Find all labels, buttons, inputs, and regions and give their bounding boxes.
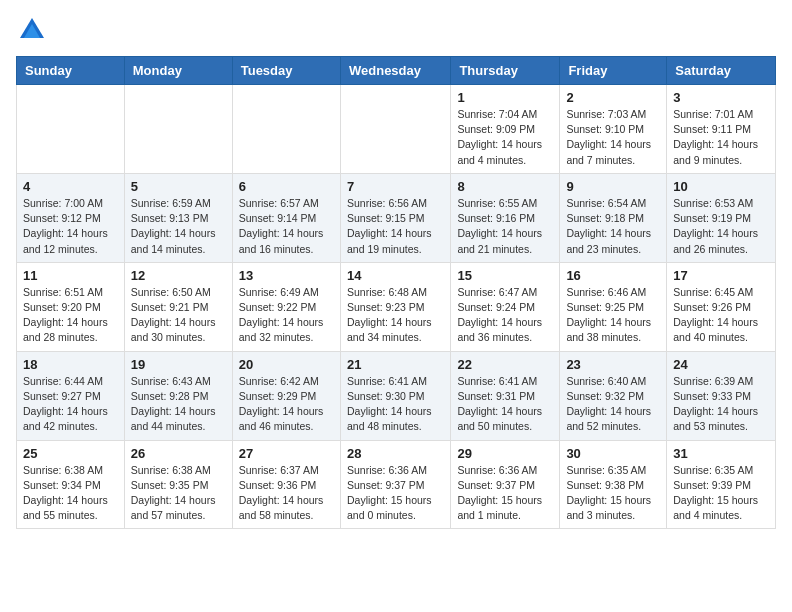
day-number: 31 bbox=[673, 446, 769, 461]
day-detail: Sunrise: 6:47 AM Sunset: 9:24 PM Dayligh… bbox=[457, 286, 542, 344]
calendar-week-row: 25Sunrise: 6:38 AM Sunset: 9:34 PM Dayli… bbox=[17, 440, 776, 529]
day-number: 13 bbox=[239, 268, 334, 283]
day-detail: Sunrise: 6:59 AM Sunset: 9:13 PM Dayligh… bbox=[131, 197, 216, 255]
day-detail: Sunrise: 7:03 AM Sunset: 9:10 PM Dayligh… bbox=[566, 108, 651, 166]
day-detail: Sunrise: 7:04 AM Sunset: 9:09 PM Dayligh… bbox=[457, 108, 542, 166]
calendar-day-cell: 28Sunrise: 6:36 AM Sunset: 9:37 PM Dayli… bbox=[340, 440, 450, 529]
calendar-day-cell: 26Sunrise: 6:38 AM Sunset: 9:35 PM Dayli… bbox=[124, 440, 232, 529]
day-detail: Sunrise: 6:42 AM Sunset: 9:29 PM Dayligh… bbox=[239, 375, 324, 433]
day-detail: Sunrise: 6:45 AM Sunset: 9:26 PM Dayligh… bbox=[673, 286, 758, 344]
day-number: 18 bbox=[23, 357, 118, 372]
calendar-table: SundayMondayTuesdayWednesdayThursdayFrid… bbox=[16, 56, 776, 529]
calendar-day-cell: 31Sunrise: 6:35 AM Sunset: 9:39 PM Dayli… bbox=[667, 440, 776, 529]
calendar-day-cell bbox=[124, 85, 232, 174]
day-number: 1 bbox=[457, 90, 553, 105]
day-detail: Sunrise: 6:41 AM Sunset: 9:30 PM Dayligh… bbox=[347, 375, 432, 433]
day-of-week-header: Monday bbox=[124, 57, 232, 85]
day-number: 20 bbox=[239, 357, 334, 372]
day-number: 12 bbox=[131, 268, 226, 283]
calendar-day-cell: 4Sunrise: 7:00 AM Sunset: 9:12 PM Daylig… bbox=[17, 173, 125, 262]
day-number: 7 bbox=[347, 179, 444, 194]
calendar-day-cell: 20Sunrise: 6:42 AM Sunset: 9:29 PM Dayli… bbox=[232, 351, 340, 440]
day-number: 5 bbox=[131, 179, 226, 194]
calendar-day-cell: 5Sunrise: 6:59 AM Sunset: 9:13 PM Daylig… bbox=[124, 173, 232, 262]
calendar-day-cell: 7Sunrise: 6:56 AM Sunset: 9:15 PM Daylig… bbox=[340, 173, 450, 262]
day-detail: Sunrise: 6:40 AM Sunset: 9:32 PM Dayligh… bbox=[566, 375, 651, 433]
calendar-week-row: 4Sunrise: 7:00 AM Sunset: 9:12 PM Daylig… bbox=[17, 173, 776, 262]
calendar-day-cell: 19Sunrise: 6:43 AM Sunset: 9:28 PM Dayli… bbox=[124, 351, 232, 440]
day-number: 8 bbox=[457, 179, 553, 194]
calendar-day-cell: 29Sunrise: 6:36 AM Sunset: 9:37 PM Dayli… bbox=[451, 440, 560, 529]
page-header bbox=[16, 16, 776, 44]
calendar-day-cell: 17Sunrise: 6:45 AM Sunset: 9:26 PM Dayli… bbox=[667, 262, 776, 351]
day-number: 22 bbox=[457, 357, 553, 372]
day-number: 10 bbox=[673, 179, 769, 194]
day-number: 29 bbox=[457, 446, 553, 461]
day-detail: Sunrise: 6:43 AM Sunset: 9:28 PM Dayligh… bbox=[131, 375, 216, 433]
calendar-day-cell: 13Sunrise: 6:49 AM Sunset: 9:22 PM Dayli… bbox=[232, 262, 340, 351]
calendar-week-row: 18Sunrise: 6:44 AM Sunset: 9:27 PM Dayli… bbox=[17, 351, 776, 440]
day-of-week-header: Tuesday bbox=[232, 57, 340, 85]
calendar-day-cell: 22Sunrise: 6:41 AM Sunset: 9:31 PM Dayli… bbox=[451, 351, 560, 440]
day-detail: Sunrise: 6:39 AM Sunset: 9:33 PM Dayligh… bbox=[673, 375, 758, 433]
day-detail: Sunrise: 6:54 AM Sunset: 9:18 PM Dayligh… bbox=[566, 197, 651, 255]
day-detail: Sunrise: 6:38 AM Sunset: 9:34 PM Dayligh… bbox=[23, 464, 108, 522]
calendar-day-cell bbox=[232, 85, 340, 174]
calendar-day-cell: 14Sunrise: 6:48 AM Sunset: 9:23 PM Dayli… bbox=[340, 262, 450, 351]
logo bbox=[16, 16, 46, 44]
day-detail: Sunrise: 6:49 AM Sunset: 9:22 PM Dayligh… bbox=[239, 286, 324, 344]
calendar-day-cell: 25Sunrise: 6:38 AM Sunset: 9:34 PM Dayli… bbox=[17, 440, 125, 529]
day-detail: Sunrise: 7:00 AM Sunset: 9:12 PM Dayligh… bbox=[23, 197, 108, 255]
day-number: 28 bbox=[347, 446, 444, 461]
day-number: 24 bbox=[673, 357, 769, 372]
calendar-day-cell: 30Sunrise: 6:35 AM Sunset: 9:38 PM Dayli… bbox=[560, 440, 667, 529]
day-detail: Sunrise: 6:38 AM Sunset: 9:35 PM Dayligh… bbox=[131, 464, 216, 522]
calendar-day-cell: 18Sunrise: 6:44 AM Sunset: 9:27 PM Dayli… bbox=[17, 351, 125, 440]
calendar-day-cell: 9Sunrise: 6:54 AM Sunset: 9:18 PM Daylig… bbox=[560, 173, 667, 262]
day-detail: Sunrise: 6:48 AM Sunset: 9:23 PM Dayligh… bbox=[347, 286, 432, 344]
day-detail: Sunrise: 6:57 AM Sunset: 9:14 PM Dayligh… bbox=[239, 197, 324, 255]
calendar-day-cell: 12Sunrise: 6:50 AM Sunset: 9:21 PM Dayli… bbox=[124, 262, 232, 351]
day-number: 25 bbox=[23, 446, 118, 461]
day-detail: Sunrise: 6:53 AM Sunset: 9:19 PM Dayligh… bbox=[673, 197, 758, 255]
calendar-day-cell: 11Sunrise: 6:51 AM Sunset: 9:20 PM Dayli… bbox=[17, 262, 125, 351]
calendar-day-cell: 23Sunrise: 6:40 AM Sunset: 9:32 PM Dayli… bbox=[560, 351, 667, 440]
calendar-day-cell: 8Sunrise: 6:55 AM Sunset: 9:16 PM Daylig… bbox=[451, 173, 560, 262]
day-detail: Sunrise: 6:56 AM Sunset: 9:15 PM Dayligh… bbox=[347, 197, 432, 255]
day-number: 15 bbox=[457, 268, 553, 283]
day-number: 26 bbox=[131, 446, 226, 461]
day-of-week-header: Thursday bbox=[451, 57, 560, 85]
day-number: 14 bbox=[347, 268, 444, 283]
day-detail: Sunrise: 6:55 AM Sunset: 9:16 PM Dayligh… bbox=[457, 197, 542, 255]
day-of-week-header: Friday bbox=[560, 57, 667, 85]
day-detail: Sunrise: 7:01 AM Sunset: 9:11 PM Dayligh… bbox=[673, 108, 758, 166]
calendar-day-cell: 21Sunrise: 6:41 AM Sunset: 9:30 PM Dayli… bbox=[340, 351, 450, 440]
day-detail: Sunrise: 6:37 AM Sunset: 9:36 PM Dayligh… bbox=[239, 464, 324, 522]
day-detail: Sunrise: 6:51 AM Sunset: 9:20 PM Dayligh… bbox=[23, 286, 108, 344]
day-number: 9 bbox=[566, 179, 660, 194]
day-number: 23 bbox=[566, 357, 660, 372]
day-of-week-header: Wednesday bbox=[340, 57, 450, 85]
logo-icon bbox=[18, 16, 46, 44]
day-number: 16 bbox=[566, 268, 660, 283]
day-number: 27 bbox=[239, 446, 334, 461]
calendar-day-cell bbox=[340, 85, 450, 174]
day-detail: Sunrise: 6:50 AM Sunset: 9:21 PM Dayligh… bbox=[131, 286, 216, 344]
calendar-day-cell: 1Sunrise: 7:04 AM Sunset: 9:09 PM Daylig… bbox=[451, 85, 560, 174]
day-number: 19 bbox=[131, 357, 226, 372]
calendar-day-cell: 10Sunrise: 6:53 AM Sunset: 9:19 PM Dayli… bbox=[667, 173, 776, 262]
day-of-week-header: Sunday bbox=[17, 57, 125, 85]
day-detail: Sunrise: 6:41 AM Sunset: 9:31 PM Dayligh… bbox=[457, 375, 542, 433]
calendar-day-cell: 3Sunrise: 7:01 AM Sunset: 9:11 PM Daylig… bbox=[667, 85, 776, 174]
day-number: 11 bbox=[23, 268, 118, 283]
day-number: 6 bbox=[239, 179, 334, 194]
calendar-day-cell: 2Sunrise: 7:03 AM Sunset: 9:10 PM Daylig… bbox=[560, 85, 667, 174]
calendar-header-row: SundayMondayTuesdayWednesdayThursdayFrid… bbox=[17, 57, 776, 85]
calendar-day-cell: 6Sunrise: 6:57 AM Sunset: 9:14 PM Daylig… bbox=[232, 173, 340, 262]
day-number: 4 bbox=[23, 179, 118, 194]
day-detail: Sunrise: 6:36 AM Sunset: 9:37 PM Dayligh… bbox=[457, 464, 542, 522]
day-detail: Sunrise: 6:46 AM Sunset: 9:25 PM Dayligh… bbox=[566, 286, 651, 344]
calendar-body: 1Sunrise: 7:04 AM Sunset: 9:09 PM Daylig… bbox=[17, 85, 776, 529]
calendar-day-cell: 24Sunrise: 6:39 AM Sunset: 9:33 PM Dayli… bbox=[667, 351, 776, 440]
day-number: 2 bbox=[566, 90, 660, 105]
